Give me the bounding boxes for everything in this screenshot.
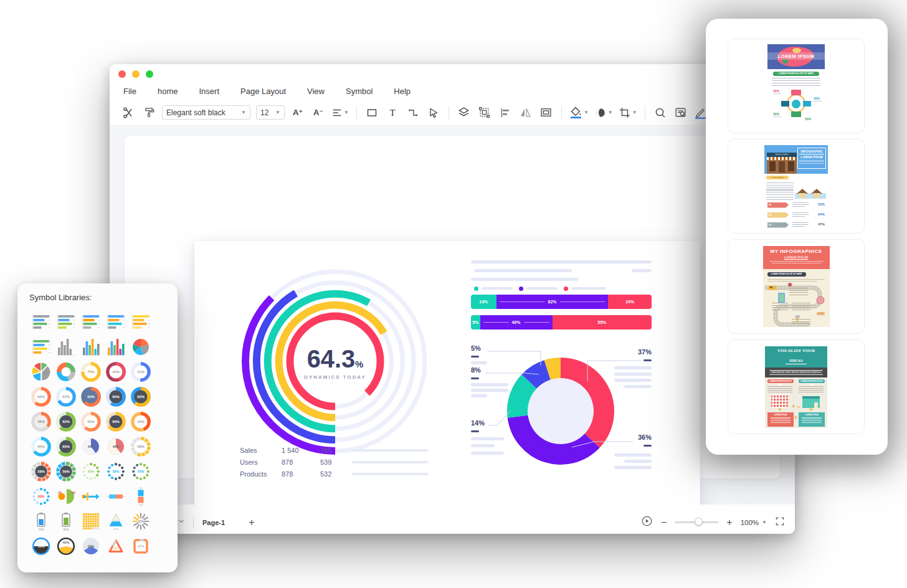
- symbol-battery-80[interactable]: 80%: [54, 509, 78, 534]
- shadow-icon[interactable]: ▼: [594, 105, 613, 121]
- menu-item-page-layout[interactable]: Page Layout: [240, 87, 286, 96]
- symbol-column-chart-multi[interactable]: [103, 334, 128, 359]
- menu-item-insert[interactable]: Insert: [199, 87, 219, 96]
- fullscreen-icon[interactable]: [775, 516, 785, 529]
- symbol-triangle-loader-44[interactable]: 44%: [103, 534, 128, 559]
- menu-item-home[interactable]: home: [158, 87, 178, 96]
- symbol-circle-gauge-50[interactable]: 50%: [29, 534, 54, 559]
- symbol-pie-chart-exploded[interactable]: [29, 359, 54, 384]
- symbol-gauge-67-blue[interactable]: 67%: [54, 384, 78, 409]
- template-thumbnail-1[interactable]: LOREM IPSUM LOREM IPSUM DOLOR SIT AMET 3…: [728, 39, 865, 133]
- zoom-out-button[interactable]: −: [661, 517, 667, 528]
- symbol-column-chart-gray[interactable]: [54, 334, 78, 359]
- close-window-button[interactable]: [118, 70, 126, 78]
- font-size-select[interactable]: 12▼: [256, 105, 285, 120]
- symbol-pie-gauge-40-blue[interactable]: 40%: [78, 434, 103, 459]
- template-thumbnail-3[interactable]: MY INFOGRAPHICS LOREM IPSUM LOREM IPSUM …: [728, 239, 865, 334]
- symbol-segment-gauge-59-green[interactable]: 59%: [54, 459, 78, 484]
- symbol-stacked-bar[interactable]: 501,00: [128, 484, 153, 509]
- menu-item-view[interactable]: View: [307, 87, 325, 96]
- symbol-bar-chart-h-4[interactable]: [103, 310, 128, 334]
- template-thumbnail-2[interactable]: INFOGRAPHIC LOREM IPSUM Dream Coffee Lor…: [728, 139, 865, 234]
- rectangle-tool-icon[interactable]: [364, 105, 379, 121]
- zoom-slider-knob[interactable]: [695, 518, 703, 526]
- font-family-select[interactable]: Elegant soft black▼: [162, 105, 250, 120]
- symbol-gauge-62-dark[interactable]: 62%: [128, 384, 153, 409]
- connector-tool-icon[interactable]: [406, 105, 420, 121]
- symbol-gauge-75[interactable]: 75%: [78, 359, 103, 384]
- menu-item-symbol[interactable]: Symbol: [346, 87, 373, 96]
- symbol-bar-chart-h-1[interactable]: [29, 310, 54, 334]
- symbol-gauge-44[interactable]: 44%: [103, 359, 128, 384]
- symbol-gauge-65-green[interactable]: 65%: [54, 434, 78, 459]
- symbol-bar-chart-h-3[interactable]: [78, 310, 103, 334]
- symbol-pyramid-37[interactable]: 37%: [103, 509, 128, 534]
- find-replace-icon[interactable]: [673, 105, 688, 121]
- symbol-donut-chart-multi[interactable]: [54, 359, 78, 384]
- chevron-down-icon[interactable]: ▼: [762, 519, 767, 525]
- symbol-pie-gauge-40-red[interactable]: 40%: [103, 434, 128, 459]
- document-page[interactable]: 64.3%DYNAMICS TODAY Sales1 540786 Users8…: [194, 241, 700, 509]
- page-tab[interactable]: Page-1: [202, 519, 225, 526]
- symbol-dot-loader-42-green[interactable]: 42%: [78, 459, 103, 484]
- symbol-pie-chart-multi[interactable]: [128, 334, 153, 359]
- symbol-segment-gauge-58-orange[interactable]: 58%: [29, 459, 54, 484]
- symbol-gauge-35[interactable]: 35%: [29, 409, 54, 434]
- symbol-gauge-51[interactable]: 51%: [128, 359, 153, 384]
- zoom-value[interactable]: 100%: [741, 519, 759, 526]
- symbol-column-chart-color[interactable]: [78, 334, 103, 359]
- fill-color-icon[interactable]: ▼: [569, 105, 589, 121]
- pages-chevron-icon[interactable]: [177, 517, 186, 528]
- layers-icon[interactable]: [457, 105, 472, 121]
- symbol-gauge-62-coral[interactable]: 62%: [78, 409, 103, 434]
- zoom-search-icon[interactable]: [653, 105, 668, 121]
- symbol-pie-gauge-33[interactable]: 33%: [78, 534, 103, 559]
- increase-font-icon[interactable]: A⁺: [290, 105, 305, 121]
- text-align-icon[interactable]: ▼: [331, 105, 349, 121]
- minimize-window-button[interactable]: [132, 70, 140, 78]
- align-objects-icon[interactable]: [498, 105, 513, 121]
- add-page-button[interactable]: +: [249, 516, 255, 529]
- presentation-play-icon[interactable]: [641, 515, 653, 529]
- symbol-bar-chart-h-6[interactable]: [29, 334, 54, 359]
- symbol-gauge-62-green[interactable]: 62%: [54, 409, 78, 434]
- symbol-dot-loader-70-green[interactable]: 70%: [128, 459, 153, 484]
- group-objects-icon[interactable]: [477, 105, 492, 121]
- text-tool-icon[interactable]: T: [385, 105, 400, 121]
- symbol-rays-20[interactable]: 20%: [128, 509, 153, 534]
- symbol-segment-gauge-59-yellow[interactable]: 59%: [128, 434, 153, 459]
- canvas-board[interactable]: 64.3%DYNAMICS TODAY Sales1 540786 Users8…: [125, 136, 780, 478]
- symbol-half-pie-25-50[interactable]: 2550: [54, 484, 78, 509]
- cut-icon[interactable]: [121, 105, 136, 121]
- symbol-gauge-62-orange[interactable]: 62%: [29, 384, 54, 409]
- flip-mirror-icon[interactable]: [518, 105, 533, 121]
- symbol-gauge-66-yellow[interactable]: 66%: [103, 409, 128, 434]
- menu-item-file[interactable]: File: [123, 87, 136, 96]
- symbol-waffle-chart[interactable]: [78, 509, 103, 534]
- symbol-gauge-44-rings[interactable]: 44%: [128, 409, 153, 434]
- pointer-tool-icon[interactable]: [426, 105, 441, 121]
- symbol-square-loader-67[interactable]: 67%: [128, 534, 153, 559]
- format-painter-icon[interactable]: [141, 105, 156, 121]
- card2-step-num: 02: [769, 213, 771, 216]
- symbol-slider-indicator[interactable]: [78, 484, 103, 509]
- crop-icon[interactable]: ▼: [619, 105, 637, 121]
- symbol-bar-chart-h-2[interactable]: [54, 310, 78, 334]
- symbol-gauge-60-dark[interactable]: 60%: [103, 384, 128, 409]
- symbol-dot-loader-60-blue[interactable]: 60%: [29, 484, 54, 509]
- zoom-slider[interactable]: [675, 521, 718, 523]
- symbol-bar-chart-h-5[interactable]: [128, 310, 153, 334]
- maximize-window-button[interactable]: [146, 70, 153, 78]
- frame-icon[interactable]: [539, 105, 554, 121]
- zoom-in-button[interactable]: +: [726, 517, 732, 528]
- menu-item-help[interactable]: Help: [394, 87, 411, 96]
- symbol-gauge-65-blue[interactable]: 65%: [29, 434, 54, 459]
- symbol-circle-gauge-40[interactable]: 40%: [54, 534, 78, 559]
- symbol-gauge-63-solid[interactable]: 63%: [78, 384, 103, 409]
- symbol-dot-loader-56-blue[interactable]: 56%: [103, 459, 128, 484]
- symbol-segment-bar[interactable]: [103, 484, 128, 509]
- decrease-font-icon[interactable]: A⁻: [311, 105, 326, 121]
- template-thumbnail-4[interactable]: VISUALIZE YOUR IDEAS PRODUCE THE BEST IN…: [728, 339, 865, 434]
- drawing-canvas[interactable]: 64.3%DYNAMICS TODAY Sales1 540786 Users8…: [110, 126, 795, 505]
- symbol-battery-70[interactable]: 70%: [29, 509, 54, 534]
